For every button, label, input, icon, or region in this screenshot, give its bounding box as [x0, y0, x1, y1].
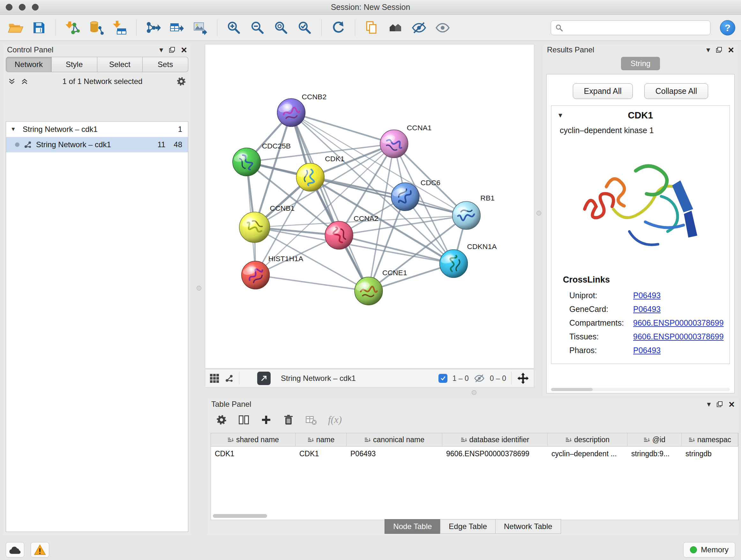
cloud-status-button[interactable] [6, 542, 24, 557]
column-header[interactable]: @id [627, 433, 682, 446]
network-node-HIST1H1A[interactable] [242, 261, 270, 289]
close-panel-icon[interactable]: × [728, 45, 734, 55]
expand-all-button[interactable]: Expand All [573, 83, 633, 99]
export-network-button[interactable] [144, 17, 163, 38]
save-session-button[interactable] [29, 17, 49, 38]
copy-document-button[interactable] [362, 17, 381, 38]
close-panel-icon[interactable]: × [729, 399, 735, 409]
network-node-CDK1[interactable] [296, 163, 324, 191]
tab-string[interactable]: String [621, 57, 660, 70]
vertical-splitter-handle[interactable] [197, 286, 201, 291]
column-header[interactable]: description [548, 433, 627, 446]
help-button[interactable]: ? [720, 20, 735, 36]
minimize-window-button[interactable] [19, 4, 25, 10]
panel-menu-icon[interactable]: ▾ [706, 46, 710, 54]
tree-expander-icon[interactable]: ▼ [10, 126, 19, 132]
cell-shared-name[interactable]: CDK1 [211, 447, 295, 461]
export-image-button[interactable] [191, 17, 210, 38]
pan-crosshair-icon[interactable] [517, 372, 529, 385]
float-panel-icon[interactable] [169, 47, 175, 53]
network-node-CDKN1A[interactable] [440, 250, 468, 278]
collapse-section-icon[interactable]: ▼ [557, 112, 576, 119]
search-input[interactable] [566, 23, 706, 32]
gear-icon[interactable] [176, 76, 186, 86]
column-header[interactable]: shared name [211, 433, 295, 446]
first-neighbors-button[interactable] [386, 17, 405, 38]
network-node-CCNB1[interactable] [239, 212, 270, 243]
show-all-button[interactable] [433, 17, 452, 38]
trash-icon[interactable] [283, 414, 294, 426]
zoom-out-button[interactable] [248, 17, 267, 38]
network-collection-row[interactable]: ▼ String Network – cdk1 1 [6, 122, 188, 137]
column-header[interactable]: canonical name [347, 433, 442, 446]
hide-selected-button[interactable] [409, 17, 428, 38]
column-header[interactable]: namespac [682, 433, 738, 446]
import-network-database-button[interactable] [86, 17, 106, 38]
float-panel-icon[interactable] [717, 401, 723, 408]
crosslink-link[interactable]: P06493 [633, 291, 661, 300]
cell-description[interactable]: cyclin–dependent ... [548, 447, 627, 461]
tab-node-table[interactable]: Node Table [385, 519, 441, 534]
detach-view-button[interactable] [257, 372, 271, 385]
network-canvas[interactable]: CCNB2CCNA1CDC25BCDK1CDC6RB1CCNB1CCNA2CDK… [205, 44, 534, 368]
expand-all-icon[interactable] [20, 77, 29, 85]
import-table-button[interactable] [110, 17, 129, 38]
results-horizontal-scrollbar[interactable] [551, 388, 730, 391]
network-node-CCNA1[interactable] [380, 130, 408, 158]
cell-canonical-name[interactable]: P06493 [347, 447, 442, 461]
search-box[interactable] [551, 20, 711, 35]
export-table-button[interactable] [167, 17, 186, 38]
tab-network[interactable]: Network [6, 57, 52, 72]
crosslink-link[interactable]: P06493 [633, 305, 661, 314]
network-node-CDC6[interactable] [391, 183, 419, 211]
panel-menu-icon[interactable]: ▾ [707, 400, 711, 408]
zoom-in-button[interactable] [224, 17, 244, 38]
tab-sets[interactable]: Sets [143, 57, 188, 72]
zoom-window-button[interactable] [32, 4, 39, 10]
network-node-RB1[interactable] [452, 201, 480, 230]
network-row[interactable]: String Network – cdk1 11 48 [6, 137, 188, 152]
apply-layout-button[interactable] [329, 17, 348, 38]
grid-view-icon[interactable] [210, 374, 219, 383]
columns-icon[interactable] [238, 414, 250, 426]
edge-CCNB2-CCNE1[interactable] [291, 113, 368, 291]
panel-menu-icon[interactable]: ▾ [159, 46, 163, 54]
collapse-all-button[interactable]: Collapse All [644, 83, 709, 99]
tab-network-table[interactable]: Network Table [495, 519, 561, 534]
table-row[interactable]: CDK1 CDK1 P06493 9606.ENSP00000378699 cy… [211, 447, 738, 461]
edge-HIST1H1A-CCNE1[interactable] [256, 275, 368, 291]
tab-edge-table[interactable]: Edge Table [440, 519, 495, 534]
crosslink-link[interactable]: 9606.ENSP00000378699 [633, 332, 724, 341]
import-network-file-button[interactable] [63, 17, 82, 38]
close-window-button[interactable] [6, 4, 12, 10]
clear-table-icon[interactable] [305, 414, 317, 426]
network-node-CCNE1[interactable] [354, 277, 383, 305]
cell-database-identifier[interactable]: 9606.ENSP00000378699 [442, 447, 548, 461]
selected-indicator-checkbox[interactable] [439, 374, 448, 383]
close-panel-icon[interactable]: × [181, 45, 187, 55]
edge-CCNB2-RB1[interactable] [291, 113, 466, 215]
float-panel-icon[interactable] [716, 47, 722, 53]
cell-id[interactable]: stringdb:9... [627, 447, 682, 461]
network-node-CDC25B[interactable] [232, 148, 261, 176]
zoom-selected-button[interactable] [295, 17, 314, 38]
collapse-all-icon[interactable] [8, 77, 16, 85]
horizontal-splitter-handle[interactable] [472, 390, 476, 395]
column-header[interactable]: database identifier [442, 433, 548, 446]
cell-namespace[interactable]: stringdb [682, 447, 738, 461]
cell-name[interactable]: CDK1 [295, 447, 347, 461]
crosslink-link[interactable]: 9606.ENSP00000378699 [633, 318, 724, 327]
add-icon[interactable] [260, 414, 272, 426]
horizontal-scrollbar-thumb[interactable] [213, 514, 267, 518]
column-header[interactable]: name [295, 433, 347, 446]
zoom-fit-button[interactable] [272, 17, 291, 38]
tab-select[interactable]: Select [97, 57, 143, 72]
gear-icon[interactable] [216, 414, 227, 426]
birdseye-view-icon[interactable] [224, 374, 234, 383]
warnings-button[interactable] [30, 542, 49, 557]
open-session-button[interactable] [6, 17, 25, 38]
memory-button[interactable]: Memory [683, 542, 735, 557]
scrollbar-thumb[interactable] [551, 388, 593, 391]
network-node-CCNB2[interactable] [277, 99, 306, 127]
edge-CCNB2-CCNA1[interactable] [291, 113, 394, 144]
